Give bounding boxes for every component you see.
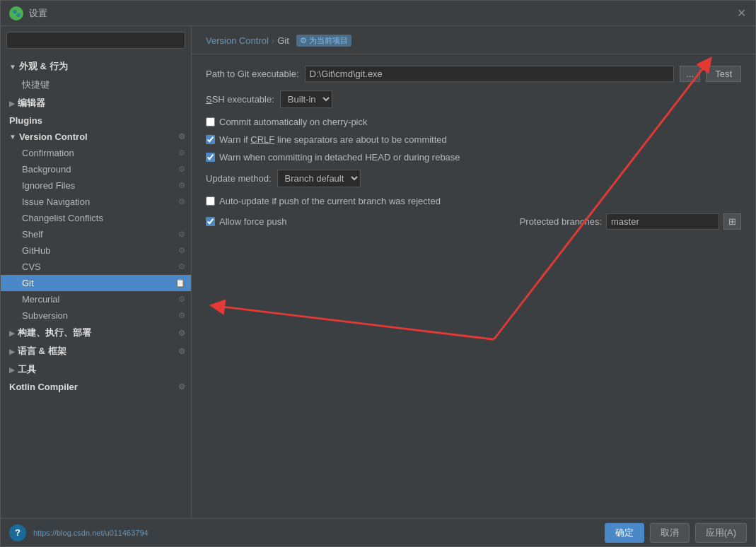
- window-title: 设置: [29, 7, 735, 20]
- sidebar-item-confirmation[interactable]: Confirmation ⚙: [1, 145, 191, 161]
- sidebar-item-tools[interactable]: ▶ 工具: [1, 360, 191, 379]
- expand-arrow: ▶: [9, 348, 15, 355]
- sidebar-item-mercurial[interactable]: Mercurial ⚙: [1, 291, 191, 307]
- path-label: Path to Git executable:: [206, 69, 299, 79]
- checkbox-cherry-pick-label: Commit automatically on cherry-pick: [219, 117, 368, 127]
- checkbox-autoupdate-label: Auto-update if push of the current branc…: [219, 196, 441, 206]
- sidebar-item-label: Subversion: [22, 310, 68, 321]
- cancel-button[interactable]: 取消: [650, 523, 690, 543]
- main-content: ▼ 外观 & 行为 快捷键 ▶ 编辑器 Plugins ▼ V: [1, 26, 755, 518]
- icon-small: ⚙: [178, 382, 185, 392]
- sidebar-item-label: Background: [22, 164, 71, 175]
- add-branch-button[interactable]: ⊞: [723, 213, 741, 230]
- sidebar-item-github[interactable]: GitHub ⚙: [1, 242, 191, 259]
- sidebar-item-keymap[interactable]: 快捷键: [1, 76, 191, 94]
- sidebar-item-appearance[interactable]: ▼ 外观 & 行为: [1, 57, 191, 76]
- sidebar-item-changelist-conflicts[interactable]: Changelist Conflicts: [1, 210, 191, 226]
- settings-form: Path to Git executable: ... Test SSH exe…: [192, 54, 755, 518]
- update-method-row: Update method: Branch default Merge Reba…: [206, 170, 741, 187]
- sidebar-item-plugins[interactable]: Plugins: [1, 112, 191, 129]
- sidebar-item-label: 编辑器: [18, 97, 45, 110]
- titlebar: 🐾 设置 ✕: [1, 1, 755, 26]
- icon-small: ⚙: [178, 197, 185, 206]
- protected-branches-label: Protected branches:: [520, 216, 602, 227]
- sidebar-item-background[interactable]: Background ⚙: [1, 161, 191, 177]
- sidebar-item-label: 快捷键: [22, 78, 50, 91]
- sidebar-item-label: Issue Navigation: [22, 196, 90, 207]
- breadcrumb-git: Git: [277, 35, 289, 46]
- checkbox-autoupdate[interactable]: [206, 196, 215, 206]
- search-input[interactable]: [6, 32, 185, 49]
- icon-small: ⚙: [178, 329, 185, 338]
- sidebar-item-ignored-files[interactable]: Ignored Files ⚙: [1, 177, 191, 194]
- sidebar-item-editor[interactable]: ▶ 编辑器: [1, 94, 191, 112]
- checkbox-autoupdate-row: Auto-update if push of the current branc…: [206, 196, 741, 206]
- checkbox-detached-label: Warn when committing in detached HEAD or…: [219, 152, 460, 163]
- breadcrumb-sep: ›: [272, 35, 274, 46]
- sidebar-item-vcs[interactable]: ▼ Version Control ⚙: [1, 129, 191, 145]
- sidebar-item-label: Ignored Files: [22, 180, 75, 191]
- breadcrumb-vcs[interactable]: Version Control: [206, 35, 269, 46]
- checkbox-forcepush[interactable]: [206, 217, 215, 226]
- close-button[interactable]: ✕: [735, 8, 747, 19]
- sidebar-item-label: Version Control: [19, 131, 88, 142]
- icon-small: ⚙: [178, 165, 185, 174]
- sidebar-item-label: Changelist Conflicts: [22, 213, 103, 223]
- checkbox-detached-row: Warn when committing in detached HEAD or…: [206, 152, 741, 163]
- path-input[interactable]: [305, 66, 675, 82]
- checkbox-cherry-pick-row: Commit automatically on cherry-pick: [206, 117, 741, 127]
- sidebar-item-lang[interactable]: ▶ 语言 & 框架 ⚙: [1, 342, 191, 360]
- breadcrumb-tag: ⚙ 为当前项目: [296, 35, 351, 47]
- sidebar-item-cvs[interactable]: CVS ⚙: [1, 259, 191, 275]
- content-wrapper: Version Control › Git ⚙ 为当前项目 Path to Gi…: [192, 26, 755, 518]
- sidebar-item-issue-navigation[interactable]: Issue Navigation ⚙: [1, 194, 191, 210]
- checkbox-forcepush-label: Allow force push: [219, 216, 286, 227]
- sidebar-item-kotlin[interactable]: Kotlin Compiler ⚙: [1, 379, 191, 395]
- test-button[interactable]: Test: [706, 66, 741, 82]
- sidebar-item-subversion[interactable]: Subversion ⚙: [1, 307, 191, 324]
- checkbox-forcepush-row: Allow force push Protected branches: ⊞: [206, 213, 741, 230]
- expand-arrow: ▼: [9, 63, 16, 71]
- footer-url[interactable]: https://blog.csdn.net/u011463794: [33, 529, 149, 537]
- sidebar-item-build[interactable]: ▶ 构建、执行、部署 ⚙: [1, 324, 191, 342]
- sidebar-item-label: CVS: [22, 261, 41, 272]
- checkbox-cherry-pick[interactable]: [206, 117, 215, 127]
- sidebar-item-label: Confirmation: [22, 148, 74, 158]
- confirm-button[interactable]: 确定: [605, 523, 644, 543]
- ssh-label-text: SSH executable:: [206, 94, 274, 105]
- sidebar-item-label: 工具: [18, 363, 36, 376]
- footer-bar: ? https://blog.csdn.net/u011463794 确定 取消…: [1, 518, 755, 546]
- path-browse-button[interactable]: ...: [680, 66, 700, 82]
- sidebar-item-git[interactable]: Git 📋: [1, 275, 191, 291]
- sidebar-item-label: Mercurial: [22, 294, 59, 305]
- sidebar-item-label: 构建、执行、部署: [18, 327, 91, 339]
- sidebar-item-label: 语言 & 框架: [18, 345, 66, 358]
- icon-small: ⚙: [178, 295, 185, 304]
- footer-link: https://blog.csdn.net/u011463794: [33, 527, 149, 538]
- protected-branches-input[interactable]: [606, 213, 719, 230]
- icon-small: ⚙: [178, 311, 185, 320]
- checkbox-detached[interactable]: [206, 153, 215, 162]
- ssh-select[interactable]: Built-in Native: [280, 90, 332, 108]
- checkbox-crlf-label: Warn if CRLF line separators are about t…: [219, 134, 447, 145]
- sidebar: ▼ 外观 & 行为 快捷键 ▶ 编辑器 Plugins ▼ V: [1, 26, 192, 518]
- settings-window: 🐾 设置 ✕ ▼ 外观 & 行为 快捷键 ▶ 编辑器: [0, 0, 756, 547]
- nav-tree: ▼ 外观 & 行为 快捷键 ▶ 编辑器 Plugins ▼ V: [1, 54, 191, 518]
- icon-small: ⚙: [178, 347, 185, 356]
- expand-arrow: ▶: [9, 100, 15, 107]
- apply-button[interactable]: 应用(A): [695, 523, 747, 543]
- expand-arrow: ▶: [9, 366, 15, 374]
- app-icon: 🐾: [9, 6, 23, 20]
- sidebar-item-label: Kotlin Compiler: [9, 382, 78, 392]
- sidebar-item-label: Git: [22, 278, 34, 288]
- update-method-select[interactable]: Branch default Merge Rebase: [277, 170, 361, 187]
- help-button[interactable]: ?: [9, 524, 26, 541]
- update-method-label: Update method:: [206, 173, 272, 184]
- checkbox-crlf[interactable]: [206, 135, 215, 144]
- ssh-row: SSH executable: Built-in Native: [206, 90, 741, 108]
- sidebar-item-label: GitHub: [22, 245, 50, 256]
- sidebar-item-shelf[interactable]: Shelf ⚙: [1, 226, 191, 242]
- icon-small: ⚙: [178, 148, 185, 158]
- sidebar-item-label: Plugins: [9, 115, 42, 126]
- icon-small: ⚙: [178, 230, 185, 239]
